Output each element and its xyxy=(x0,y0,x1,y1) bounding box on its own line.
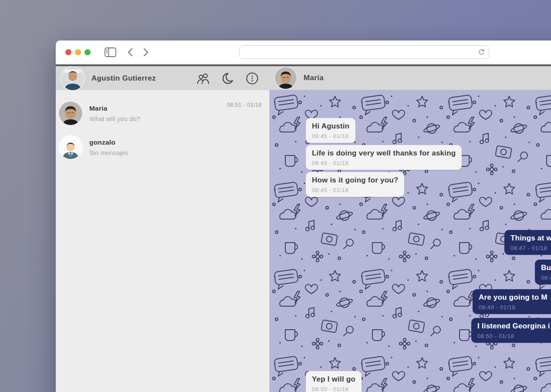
minimize-window-button[interactable] xyxy=(75,49,81,55)
close-window-button[interactable] xyxy=(65,49,71,55)
message-time: 08:45 - 01/18 xyxy=(312,187,398,193)
chat-row-text: Maria What will you do? xyxy=(89,105,220,122)
avatar xyxy=(59,101,82,125)
chat-list-item-maria[interactable]: Maria What will you do? 08:51 - 01/18 xyxy=(56,96,269,130)
message-time: 08:50 - 01/18 xyxy=(312,386,355,392)
sidebar-actions xyxy=(197,72,259,85)
chat-list-item-gonzalo[interactable]: gonzalo Sin mensajes xyxy=(56,130,269,164)
sidebar-toggle-icon[interactable] xyxy=(105,47,116,57)
browser-window: Agustin Gutierrez xyxy=(56,41,551,392)
conversation-body: Hi Agustin08:45 - 01/18Life is doing ver… xyxy=(270,90,551,392)
address-bar xyxy=(239,45,489,59)
browser-toolbar xyxy=(56,41,551,64)
dark-mode-moon-icon[interactable] xyxy=(222,72,234,84)
message-list: Hi Agustin08:45 - 01/18Life is doing ver… xyxy=(270,90,551,392)
chat-row-text: gonzalo Sin mensajes xyxy=(89,139,255,156)
current-user-avatar[interactable] xyxy=(61,67,85,90)
back-icon[interactable] xyxy=(128,48,133,57)
sidebar: Agustin Gutierrez xyxy=(56,66,270,392)
reload-icon[interactable] xyxy=(478,49,485,56)
message-bubble-in: How is it going for you?08:45 - 01/18 xyxy=(306,172,404,197)
chat-timestamp: 08:51 - 01/18 xyxy=(226,101,262,108)
message-text: How is it going for you? xyxy=(312,176,398,185)
avatar xyxy=(59,135,82,159)
message-bubble-in: Hi Agustin08:45 - 01/18 xyxy=(306,118,355,143)
contacts-icon[interactable] xyxy=(197,73,210,84)
message-bubble-out: Are you going to M08:49 - 01/18 xyxy=(473,289,551,314)
message-time: 08:47 - 01/18 xyxy=(510,245,551,251)
sidebar-header: Agustin Gutierrez xyxy=(56,66,269,90)
message-text: I listened Georgina i xyxy=(477,322,551,331)
conversation-header: Maria xyxy=(270,66,551,90)
conversation-panel: Maria xyxy=(270,66,551,392)
message-bubble-out: But08:4 xyxy=(535,260,551,284)
chat-list: Maria What will you do? 08:51 - 01/18 xyxy=(56,90,269,164)
message-text: Things at w xyxy=(510,234,551,243)
message-time: 08:45 - 01/18 xyxy=(312,133,349,139)
url-input[interactable] xyxy=(240,46,478,58)
message-time: 08:45 - 01/18 xyxy=(312,160,456,166)
message-bubble-out: Things at w08:47 - 01/18 xyxy=(504,230,551,255)
chat-last-message: Sin mensajes xyxy=(89,149,255,156)
message-text: Hi Agustin xyxy=(312,122,349,131)
message-bubble-in: Life is doing very well thanks for askin… xyxy=(306,145,462,170)
chat-name: Maria xyxy=(89,105,220,112)
message-text: But xyxy=(541,264,551,272)
message-bubble-in: Yep I will go08:50 - 01/18 xyxy=(306,371,362,392)
contact-name: Maria xyxy=(304,74,324,82)
forward-icon[interactable] xyxy=(143,48,149,57)
desktop-background: Agustin Gutierrez xyxy=(0,0,551,392)
message-text: Life is doing very well thanks for askin… xyxy=(312,149,456,158)
traffic-lights xyxy=(65,49,91,55)
chat-last-message: What will you do? xyxy=(89,115,220,122)
message-time: 08:4 xyxy=(541,274,551,281)
chat-application: Agustin Gutierrez xyxy=(56,66,551,392)
message-time: 08:50 - 01/18 xyxy=(477,333,551,339)
message-text: Yep I will go xyxy=(312,375,355,384)
message-time: 08:49 - 01/18 xyxy=(479,304,551,311)
contact-avatar[interactable] xyxy=(275,67,297,89)
message-bubble-out: I listened Georgina i08:50 - 01/18 xyxy=(471,318,551,343)
zoom-window-button[interactable] xyxy=(85,49,91,55)
chat-name: gonzalo xyxy=(89,139,255,146)
current-user-name: Agustin Gutierrez xyxy=(91,74,156,83)
more-options-icon[interactable] xyxy=(246,72,259,85)
message-text: Are you going to M xyxy=(479,293,551,302)
